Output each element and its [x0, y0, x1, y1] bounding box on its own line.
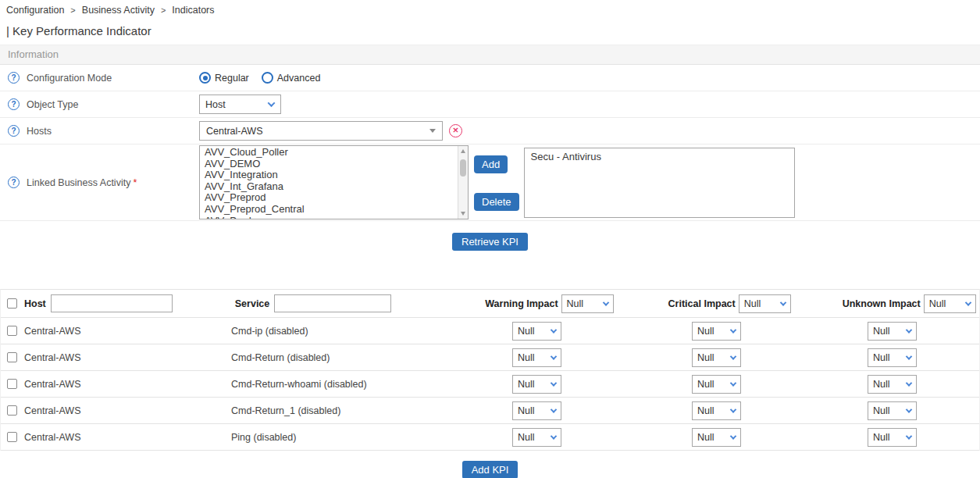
- row-checkbox[interactable]: [7, 326, 17, 336]
- warning-impact-select[interactable]: Null: [512, 428, 561, 447]
- form-row-object-type: ? Object Type Host: [0, 91, 980, 118]
- unknown-impact-header-value: Null: [929, 298, 946, 309]
- row-host: Central-AWS: [24, 405, 231, 416]
- unknown-impact-select[interactable]: Null: [868, 348, 917, 367]
- unknown-impact-select[interactable]: Null: [868, 322, 917, 341]
- form-row-configuration-mode: ? Configuration Mode Regular Advanced: [0, 65, 980, 91]
- required-asterisk: *: [133, 177, 137, 188]
- row-service: Cmd-ip (disabled): [231, 326, 512, 337]
- scrollbar-thumb[interactable]: [460, 159, 466, 177]
- row-checkbox[interactable]: [7, 379, 17, 389]
- service-filter-input[interactable]: [274, 294, 391, 312]
- warning-impact-select[interactable]: Null: [512, 401, 561, 420]
- warning-impact-value: Null: [518, 379, 535, 390]
- row-host: Central-AWS: [24, 432, 231, 443]
- warning-impact-select[interactable]: Null: [512, 348, 561, 367]
- caret-down-icon: [429, 129, 436, 133]
- row-checkbox[interactable]: [7, 432, 17, 442]
- warning-impact-value: Null: [518, 432, 535, 443]
- breadcrumb-item-business-activity[interactable]: Business Activity: [82, 5, 155, 16]
- list-item[interactable]: AVV_Prod: [205, 216, 463, 219]
- chevron-down-icon: [730, 433, 736, 439]
- list-item[interactable]: AVV_Integration: [205, 169, 463, 181]
- chevron-down-icon: [906, 353, 912, 359]
- breadcrumb-item-configuration[interactable]: Configuration: [6, 5, 64, 16]
- help-icon[interactable]: ?: [8, 72, 20, 84]
- unknown-impact-value: Null: [873, 432, 890, 443]
- unknown-impact-select[interactable]: Null: [868, 401, 917, 420]
- configuration-mode-label: Configuration Mode: [27, 73, 112, 84]
- add-kpi-button[interactable]: Add KPI: [462, 461, 519, 478]
- add-button[interactable]: Add: [474, 155, 508, 173]
- retrieve-kpi-row: Retrieve KPI: [0, 233, 980, 251]
- scroll-down-icon[interactable]: [461, 212, 465, 216]
- radio-icon-regular-selected[interactable]: [199, 72, 211, 84]
- list-item[interactable]: AVV_Preprod: [205, 192, 463, 204]
- select-all-checkbox[interactable]: [7, 298, 17, 309]
- critical-impact-select[interactable]: Null: [692, 375, 741, 394]
- warning-impact-value: Null: [518, 352, 535, 363]
- radio-option-advanced[interactable]: Advanced: [262, 72, 321, 84]
- help-icon[interactable]: ?: [8, 98, 20, 110]
- help-icon[interactable]: ?: [8, 125, 20, 137]
- unknown-impact-value: Null: [873, 379, 890, 390]
- breadcrumb-separator: >: [161, 5, 166, 15]
- linked-ba-widget: AVV_Cloud_Poller AVV_DEMO AVV_Integratio…: [199, 145, 795, 219]
- object-type-select[interactable]: Host: [199, 95, 281, 114]
- unknown-impact-select[interactable]: Null: [868, 375, 917, 394]
- critical-impact-value: Null: [697, 379, 715, 390]
- radio-option-regular[interactable]: Regular: [199, 72, 249, 84]
- critical-impact-value: Null: [697, 432, 715, 443]
- page-title: | Key Performance Indicator: [0, 17, 980, 45]
- critical-impact-label: Critical Impact: [668, 298, 736, 309]
- host-filter-input[interactable]: [51, 294, 173, 312]
- unknown-impact-select[interactable]: Null: [868, 428, 917, 447]
- critical-impact-select[interactable]: Null: [692, 348, 741, 367]
- list-item[interactable]: AVV_DEMO: [205, 159, 463, 170]
- available-activities-listbox[interactable]: AVV_Cloud_Poller AVV_DEMO AVV_Integratio…: [199, 145, 469, 219]
- row-checkbox[interactable]: [7, 352, 17, 362]
- hosts-label-group: ? Hosts: [8, 125, 199, 137]
- warning-impact-value: Null: [518, 405, 535, 416]
- warning-impact-header-value: Null: [567, 298, 584, 309]
- configuration-mode-label-group: ? Configuration Mode: [8, 72, 199, 84]
- host-column-label: Host: [24, 298, 46, 309]
- chevron-down-icon: [551, 433, 557, 439]
- critical-impact-header-select[interactable]: Null: [739, 294, 791, 313]
- retrieve-kpi-button[interactable]: Retrieve KPI: [452, 233, 528, 251]
- kpi-table: Host Service Warning Impact Null Critica…: [0, 289, 980, 451]
- list-item[interactable]: AVV_Preprod_Central: [205, 204, 463, 216]
- critical-impact-header-value: Null: [744, 298, 761, 309]
- warning-impact-header-select[interactable]: Null: [561, 294, 614, 313]
- row-service: Ping (disabled): [231, 432, 512, 443]
- hosts-combo-select[interactable]: Central-AWS: [199, 121, 443, 141]
- critical-impact-select[interactable]: Null: [692, 428, 741, 447]
- list-item[interactable]: AVV_Int_Grafana: [205, 181, 463, 193]
- table-row: Central-AWS Cmd-Return_1 (disabled) Null…: [1, 398, 979, 424]
- remove-icon[interactable]: ✕: [449, 124, 462, 137]
- chevron-down-icon: [730, 353, 736, 359]
- list-item[interactable]: AVV_Cloud_Poller: [205, 147, 463, 159]
- delete-button[interactable]: Delete: [474, 193, 519, 211]
- radio-icon-advanced[interactable]: [262, 72, 273, 84]
- critical-impact-select[interactable]: Null: [692, 401, 741, 420]
- chevron-down-icon: [906, 406, 912, 412]
- list-item[interactable]: Secu - Antivirus: [531, 151, 788, 162]
- object-type-value: Host: [205, 99, 226, 110]
- scroll-up-icon[interactable]: [461, 149, 465, 153]
- critical-impact-select[interactable]: Null: [692, 322, 741, 341]
- scrollbar[interactable]: [458, 146, 468, 219]
- radio-label-advanced: Advanced: [277, 73, 321, 84]
- chevron-down-icon: [551, 406, 557, 412]
- help-icon[interactable]: ?: [8, 177, 20, 188]
- chevron-down-icon: [551, 326, 557, 333]
- breadcrumb-item-indicators[interactable]: Indicators: [172, 5, 214, 16]
- row-checkbox[interactable]: [7, 405, 17, 416]
- hosts-label: Hosts: [27, 126, 52, 137]
- object-type-label-group: ? Object Type: [8, 98, 199, 110]
- warning-impact-select[interactable]: Null: [512, 322, 561, 341]
- unknown-impact-header-select[interactable]: Null: [924, 294, 976, 313]
- table-row: Central-AWS Cmd-Return-whoami (disabled)…: [1, 371, 979, 398]
- warning-impact-select[interactable]: Null: [512, 375, 561, 394]
- selected-activities-listbox[interactable]: Secu - Antivirus: [524, 148, 795, 218]
